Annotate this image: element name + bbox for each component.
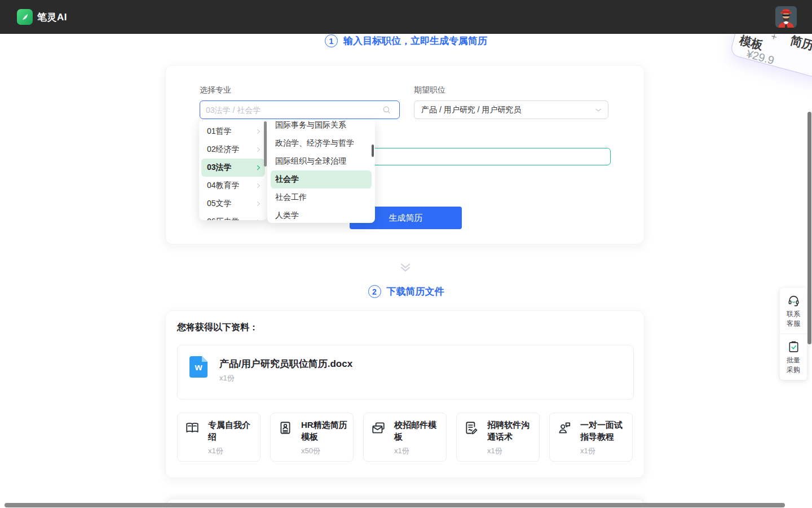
downloads-card: 您将获得以下资料： w 产品/用户研究员职位简历.docx x1份 专属自我介绍… bbox=[165, 310, 645, 478]
major-category-philosophy[interactable]: 01哲学 bbox=[201, 122, 265, 141]
vertical-scrollbar-thumb[interactable] bbox=[807, 112, 811, 344]
contact-support-button[interactable]: 联系客服 bbox=[780, 288, 807, 334]
major-submenu: 国际事务与国际关系 政治学、经济学与哲学 国际组织与全球治理 社会学 社会工作 … bbox=[267, 120, 375, 223]
submenu-item-ppe[interactable]: 政治学、经济学与哲学 bbox=[271, 134, 372, 152]
submenu-item-social-work[interactable]: 社会工作 bbox=[271, 189, 372, 207]
position-select-value: 产品 / 用户研究 / 用户研究员 bbox=[421, 105, 521, 115]
page: 模板 + 简历 ¥29.9 笔灵AI 1 bbox=[0, 0, 812, 508]
major-search-input[interactable] bbox=[200, 100, 400, 119]
step2-number-badge: 2 bbox=[368, 285, 381, 298]
bulk-purchase-button[interactable]: 批量采购 bbox=[780, 334, 807, 380]
position-select[interactable]: 产品 / 用户研究 / 用户研究员 bbox=[414, 100, 608, 119]
headset-icon bbox=[787, 294, 800, 307]
step1-number-badge: 1 bbox=[325, 34, 338, 47]
docx-file-name: 产品/用户研究员职位简历.docx bbox=[219, 357, 352, 370]
open-book-icon bbox=[185, 421, 200, 435]
chevron-right-icon bbox=[255, 146, 262, 153]
resume-template-icon bbox=[278, 421, 293, 435]
resume-docx-item[interactable]: w 产品/用户研究员职位简历.docx x1份 bbox=[177, 345, 634, 400]
word-file-icon: w bbox=[189, 356, 208, 378]
category-scrollbar-thumb[interactable] bbox=[264, 121, 267, 167]
quill-logo-icon bbox=[17, 9, 33, 25]
top-header: 笔灵AI bbox=[0, 0, 812, 34]
docx-file-count: x1份 bbox=[219, 373, 235, 383]
bonus-items-row: 专属自我介绍 x1份 HR精选简历模板 x50份 校招邮件模板 x1份 bbox=[177, 413, 634, 462]
bonus-card-chat-script: 招聘软件沟通话术 x1份 bbox=[456, 413, 540, 462]
position-field-label: 期望职位 bbox=[414, 85, 445, 95]
major-category-literature[interactable]: 05文学 bbox=[201, 195, 265, 213]
brand-name: 笔灵AI bbox=[37, 11, 67, 24]
user-avatar[interactable] bbox=[775, 6, 797, 28]
interview-coach-icon bbox=[557, 421, 572, 435]
major-category-law[interactable]: 03法学 bbox=[201, 159, 265, 177]
submenu-item-international-affairs[interactable]: 国际事务与国际关系 bbox=[271, 120, 372, 134]
submenu-item-anthropology[interactable]: 人类学 bbox=[271, 207, 372, 223]
chevron-right-icon bbox=[255, 164, 262, 171]
floating-action-panel: 联系客服 批量采购 bbox=[780, 288, 807, 380]
bonus-card-interview-tutorial: 一对一面试指导教程 x1份 bbox=[549, 413, 633, 462]
bonus-card-self-intro: 专属自我介绍 x1份 bbox=[177, 413, 261, 462]
major-category-economics[interactable]: 02经济学 bbox=[201, 141, 265, 159]
promo-price: ¥29.9 bbox=[745, 47, 775, 67]
step1-heading: 1 输入目标职位，立即生成专属简历 bbox=[0, 34, 812, 47]
submenu-item-global-governance[interactable]: 国际组织与全球治理 bbox=[271, 152, 372, 170]
chevron-right-icon bbox=[255, 200, 262, 207]
chevron-down-icon bbox=[594, 106, 602, 114]
promo-tag-right: 简历 bbox=[788, 32, 812, 54]
bonus-card-email-template: 校招邮件模板 x1份 bbox=[363, 413, 447, 462]
major-category-history[interactable]: 06历史学 bbox=[201, 213, 265, 220]
major-field-label: 选择专业 bbox=[200, 85, 231, 95]
double-chevron-down-icon bbox=[398, 261, 413, 274]
bonus-card-hr-templates: HR精选简历模板 x50份 bbox=[270, 413, 354, 462]
submenu-item-sociology[interactable]: 社会学 bbox=[271, 170, 372, 189]
step2-title: 下载简历文件 bbox=[387, 285, 444, 298]
major-category-education[interactable]: 04教育学 bbox=[201, 177, 265, 195]
submenu-scrollbar-thumb[interactable] bbox=[372, 144, 374, 157]
mail-icon bbox=[371, 421, 386, 435]
chevron-right-icon bbox=[255, 128, 262, 135]
chevron-right-icon bbox=[255, 218, 262, 220]
brand-logo[interactable]: 笔灵AI bbox=[17, 9, 67, 25]
document-pen-icon bbox=[464, 421, 479, 435]
major-category-menu: 01哲学 02经济学 03法学 04教育学 05文学 06历史学 bbox=[199, 120, 267, 220]
chevron-right-icon bbox=[255, 182, 262, 189]
horizontal-scrollbar-thumb[interactable] bbox=[5, 503, 785, 507]
downloads-heading: 您将获得以下资料： bbox=[177, 322, 258, 334]
clipboard-check-icon bbox=[787, 340, 800, 353]
step1-title: 输入目标职位，立即生成专属简历 bbox=[343, 34, 487, 47]
step2-heading: 2 下载简历文件 bbox=[0, 285, 812, 298]
